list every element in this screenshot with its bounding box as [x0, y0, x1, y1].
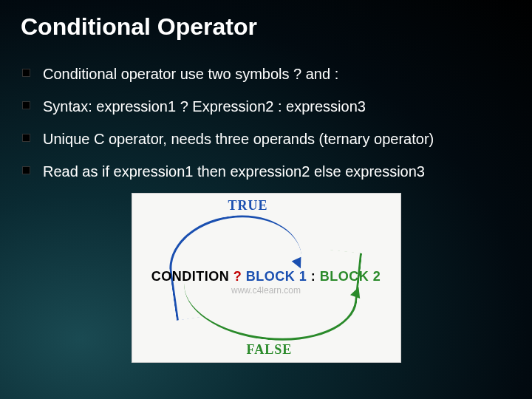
bullet-item: Conditional operator use two symbols ? a…	[22, 58, 532, 91]
bullet-item: Read as if expression1 then expression2 …	[22, 156, 532, 188]
false-label: FALSE	[247, 342, 293, 358]
slide-title: Conditional Operator	[0, 0, 532, 41]
bullet-item: Syntax: expression1 ? Expression2 : expr…	[22, 91, 532, 123]
true-label: TRUE	[228, 198, 268, 214]
conditional-diagram: TRUE CONDITION ? BLOCK 1 : BLOCK 2 www.c…	[132, 193, 401, 363]
false-arc	[179, 235, 361, 349]
bullet-list: Conditional operator use two symbols ? a…	[0, 41, 532, 188]
bullet-item: Unique C operator, needs three operands …	[22, 123, 532, 156]
